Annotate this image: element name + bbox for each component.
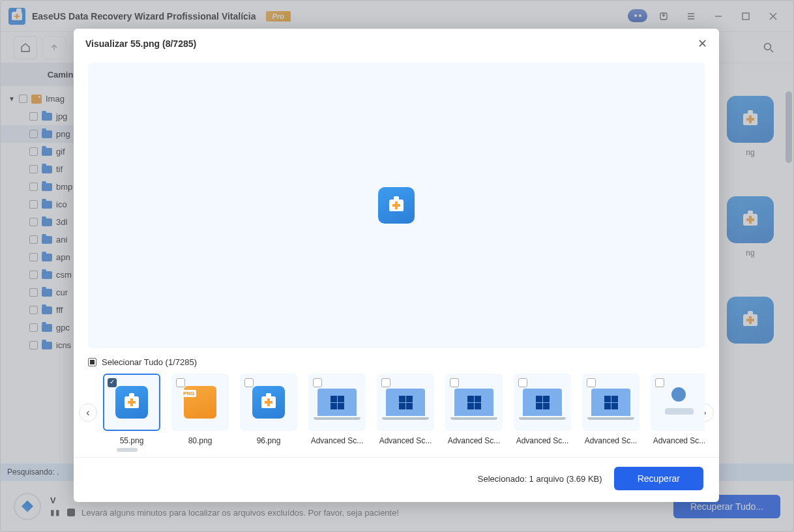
thumbnail-icon [454,389,493,416]
thumbnail-checkbox[interactable] [244,378,254,387]
modal-title: Visualizar 55.png (8/7285) [85,38,196,49]
thumbnail-box[interactable] [514,374,571,431]
select-all-row[interactable]: Selecionar Tudo (1/7285) [74,356,719,371]
preview-area [88,63,705,348]
thumbnail-item[interactable]: Advanced Sc... [445,374,503,445]
thumbnail-strip: ‹ › 55.png80.png96.pngAdvanced Sc...Adva… [74,371,719,457]
preview-modal: Visualizar 55.png (8/7285) ✕ Selecionar … [74,29,719,502]
thumbnail-label: 80.png [188,436,213,445]
thumbnail-item[interactable]: Advanced Sc... [650,374,705,445]
thumbnail-box[interactable] [377,374,434,431]
thumbnail-label: 55.png [120,436,144,445]
thumbnail-icon [115,386,148,419]
thumbnail-checkbox[interactable] [176,378,185,387]
thumb-scrollbar[interactable] [117,448,676,452]
scrollbar-thumb[interactable] [117,448,138,452]
modal-close-button[interactable]: ✕ [698,37,707,51]
thumbnail-label: Advanced Sc... [653,436,705,445]
thumbnail-icon [591,389,630,416]
thumbnail-box[interactable] [445,374,503,431]
select-all-label: Selecionar Tudo (1/7285) [102,357,197,367]
thumbnail-item[interactable]: 55.png [102,374,161,445]
thumbnail-box[interactable] [651,374,705,431]
thumbnail-box[interactable] [240,374,297,431]
thumbnail-item[interactable]: Advanced Sc... [376,374,435,445]
thumbnail-label: Advanced Sc... [516,436,569,445]
thumbnail-label: Advanced Sc... [379,436,432,445]
thumbnail-checkbox[interactable] [108,378,117,387]
thumbnail-box[interactable] [103,374,160,431]
preview-image [378,187,415,224]
thumbnail-label: Advanced Sc... [311,436,364,445]
thumbnail-checkbox[interactable] [381,378,390,387]
modal-footer: Selecionado: 1 arquivo (3.69 KB) Recuper… [74,457,719,502]
thumbnail-item[interactable]: Advanced Sc... [308,374,366,445]
thumbnail-checkbox[interactable] [655,378,664,387]
thumbnail-icon [523,389,562,416]
thumbnail-item[interactable]: Advanced Sc... [581,374,640,445]
thumbnail-icon [252,386,285,419]
prev-button[interactable]: ‹ [79,404,97,422]
thumbnail-label: Advanced Sc... [585,436,638,445]
thumbnail-item[interactable]: Advanced Sc... [513,374,572,445]
modal-header: Visualizar 55.png (8/7285) ✕ [74,29,719,59]
select-all-checkbox[interactable] [88,358,96,366]
thumbnail-icon [386,389,425,416]
recover-button[interactable]: Recuperar [614,467,703,490]
thumbnail-checkbox[interactable] [313,378,322,387]
thumbnail-icon [317,389,357,416]
thumbnail-item[interactable]: 80.png [171,374,229,445]
thumbnail-item[interactable]: 96.png [239,374,298,445]
thumbnail-icon [661,387,698,417]
thumbnail-label: Advanced Sc... [448,436,501,445]
thumbnail-icon [184,386,216,419]
thumbnail-checkbox[interactable] [518,378,527,387]
thumbnail-box[interactable] [171,374,229,431]
selection-info: Selecionado: 1 arquivo (3.69 KB) [478,474,602,484]
thumbnail-box[interactable] [582,374,640,431]
thumbnail-checkbox[interactable] [450,378,459,387]
thumbnail-label: 96.png [257,436,281,445]
thumbnail-checkbox[interactable] [587,378,596,387]
thumbnail-box[interactable] [308,374,366,431]
